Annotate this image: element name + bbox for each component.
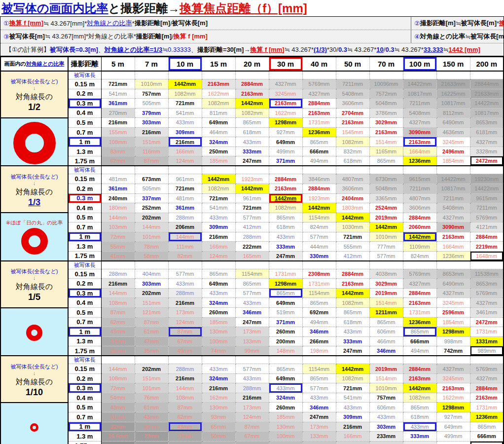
text-span: ③	[3, 33, 9, 40]
value-cell: 166mm	[168, 147, 202, 156]
value-cell: 14422mm	[470, 99, 504, 109]
value-cell: 121mm	[135, 308, 168, 318]
row-label: 1.75 m	[68, 441, 101, 444]
value-cell: 303mm	[135, 279, 168, 289]
col-header: 15 m	[202, 57, 235, 71]
value-cell: 4807mm	[403, 193, 436, 203]
empty-cell	[202, 71, 235, 79]
value-cell: 30mm	[135, 422, 168, 432]
value-cell: 1731mm	[269, 269, 302, 279]
value-cell: 1331mm	[470, 336, 504, 346]
value-cell: 865mm	[369, 156, 403, 166]
value-cell: 74mm	[269, 441, 302, 444]
value-cell: 166mm	[336, 432, 369, 442]
value-cell: 216mm	[202, 232, 235, 242]
sidebar-section-1/5: 被写体長(全長など)↓対角線長の1/5	[0, 261, 68, 308]
value-cell: 4121mm	[470, 222, 504, 232]
value-cell: 5769mm	[470, 288, 504, 298]
value-cell: 3029mm	[369, 118, 403, 128]
value-cell: 1442mm	[302, 203, 336, 213]
sidebar-subject-label: 被写体長(全長など)	[1, 363, 68, 370]
sidebar-donut-area	[0, 308, 68, 356]
col-header: 150 m	[436, 57, 470, 71]
value-cell: 433mm	[235, 373, 269, 383]
value-cell: 2596mm	[436, 308, 470, 318]
empty-cell	[269, 71, 302, 79]
text-span: ②	[414, 20, 420, 27]
value-cell: 2163mm	[403, 298, 436, 308]
value-cell: 14422mm	[470, 184, 504, 193]
row-label: 1 m	[68, 232, 101, 242]
text-span: 撮影距離[m]	[135, 19, 170, 28]
value-cell: 1442mm	[369, 222, 403, 232]
value-cell: 8112mm	[436, 108, 470, 118]
sidebar-donut-area: ※ほぼ「日の丸」の比率	[0, 213, 68, 261]
col-header: 10 m	[168, 57, 202, 71]
value-cell: 1442mm	[235, 99, 269, 109]
value-cell: 865mm	[302, 137, 336, 147]
row-label: 0.7 m	[68, 317, 101, 327]
empty-cell	[135, 261, 168, 269]
value-cell: 618mm	[336, 156, 369, 166]
empty-cell	[369, 261, 403, 269]
value-cell: 2163mm	[403, 373, 436, 383]
value-cell: 337mm	[135, 193, 168, 203]
title-part: 被写体の画面内比率	[1, 0, 108, 16]
value-cell: 23mm	[135, 432, 168, 442]
empty-cell	[202, 356, 235, 364]
value-cell: 2163mm	[269, 184, 302, 193]
value-cell: 494mm	[403, 346, 436, 356]
empty-cell	[436, 71, 470, 79]
value-cell: 3606mm	[336, 184, 369, 193]
value-cell: 247mm	[403, 441, 436, 444]
value-cell: 130mm	[269, 422, 302, 432]
value-cell: 87mm	[168, 327, 202, 337]
row-label: 0.3 m	[68, 99, 101, 109]
value-cell: 757mm	[369, 393, 403, 403]
subject-donut-icon	[21, 228, 48, 255]
value-cell: 721mm	[168, 99, 202, 109]
value-cell: 10096mm	[369, 79, 403, 89]
value-cell: 144mm	[101, 213, 135, 222]
value-cell: 100mm	[269, 432, 302, 442]
value-cell: 433mm	[235, 137, 269, 147]
value-cell: 371mm	[269, 156, 302, 166]
value-cell: 21633mm	[470, 89, 504, 99]
value-cell: 133mm	[235, 336, 269, 346]
value-cell: 666mm	[470, 432, 504, 442]
down-arrow-icon: ↓	[1, 370, 68, 376]
row-label: 1 m	[68, 422, 101, 432]
value-cell: 2472mm	[470, 156, 504, 166]
empty-cell	[302, 261, 336, 269]
row-label: 1.3 m	[68, 147, 101, 156]
value-cell: 541mm	[101, 89, 135, 99]
value-cell: 1298mm	[269, 279, 302, 289]
value-cell: 10817mm	[403, 89, 436, 99]
value-cell: 130mm	[202, 403, 235, 412]
text-span: *30/	[327, 46, 338, 53]
value-cell: 4038mm	[369, 269, 403, 279]
value-cell: 721mm	[101, 79, 135, 89]
value-cell: 288mm	[168, 213, 202, 222]
value-cell: 144mm	[101, 288, 135, 298]
value-cell: 4327mm	[436, 364, 470, 374]
value-cell: 41mm	[101, 251, 135, 261]
value-cell: 62mm	[101, 317, 135, 327]
value-cell: 346mm	[235, 308, 269, 318]
value-cell: 606mm	[369, 403, 403, 412]
value-cell: 1236mm	[403, 317, 436, 327]
value-cell: 494mm	[302, 317, 336, 327]
value-cell: 1923mm	[235, 174, 269, 184]
empty-cell	[336, 356, 369, 364]
sidebar-diagonal-label: 対角線長の	[1, 377, 68, 387]
value-cell: 499mm	[269, 147, 302, 156]
empty-cell	[302, 71, 336, 79]
value-cell: 7211mm	[403, 99, 436, 109]
value-cell: 173mm	[235, 403, 269, 412]
value-cell: 1442mm	[168, 79, 202, 89]
value-cell: 130mm	[202, 327, 235, 337]
row-label: 0.15 m	[68, 79, 101, 89]
value-cell: 811mm	[202, 108, 235, 118]
value-cell: 216mm	[101, 279, 135, 289]
value-cell: 541mm	[168, 108, 202, 118]
